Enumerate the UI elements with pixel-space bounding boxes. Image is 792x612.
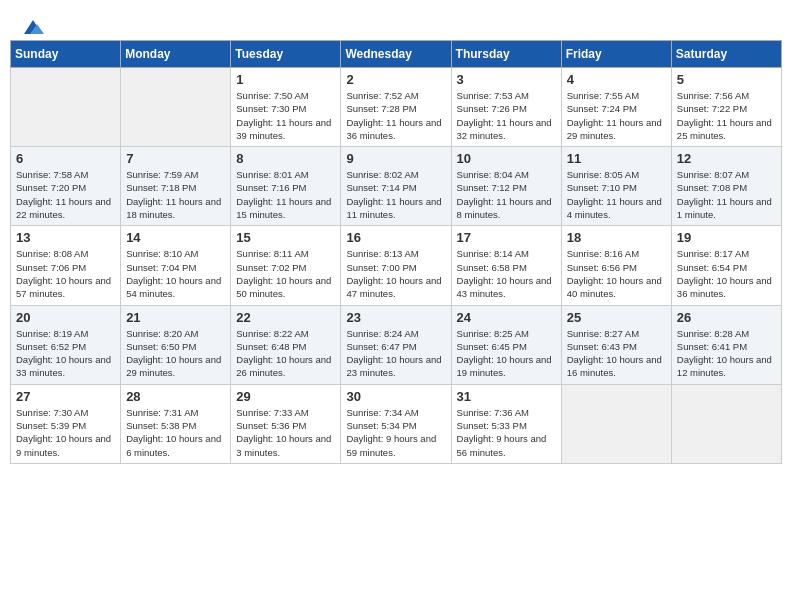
logo — [20, 18, 44, 32]
day-number: 24 — [457, 310, 556, 325]
calendar-day-cell: 19Sunrise: 8:17 AMSunset: 6:54 PMDayligh… — [671, 226, 781, 305]
sunset: Sunset: 7:04 PM — [126, 262, 196, 273]
day-of-week-header: Tuesday — [231, 41, 341, 68]
calendar-day-cell: 16Sunrise: 8:13 AMSunset: 7:00 PMDayligh… — [341, 226, 451, 305]
sunset: Sunset: 5:36 PM — [236, 420, 306, 431]
daylight: Daylight: 10 hours and 9 minutes. — [16, 433, 111, 457]
sunrise: Sunrise: 7:52 AM — [346, 90, 418, 101]
day-of-week-header: Monday — [121, 41, 231, 68]
calendar-day-cell: 13Sunrise: 8:08 AMSunset: 7:06 PMDayligh… — [11, 226, 121, 305]
day-info: Sunrise: 7:59 AMSunset: 7:18 PMDaylight:… — [126, 168, 225, 221]
calendar-day-cell: 29Sunrise: 7:33 AMSunset: 5:36 PMDayligh… — [231, 384, 341, 463]
day-number: 23 — [346, 310, 445, 325]
calendar-day-cell: 9Sunrise: 8:02 AMSunset: 7:14 PMDaylight… — [341, 147, 451, 226]
calendar-header-row: SundayMondayTuesdayWednesdayThursdayFrid… — [11, 41, 782, 68]
sunset: Sunset: 6:45 PM — [457, 341, 527, 352]
calendar-week-row: 1Sunrise: 7:50 AMSunset: 7:30 PMDaylight… — [11, 68, 782, 147]
calendar-table: SundayMondayTuesdayWednesdayThursdayFrid… — [10, 40, 782, 464]
daylight: Daylight: 11 hours and 39 minutes. — [236, 117, 331, 141]
daylight: Daylight: 10 hours and 36 minutes. — [677, 275, 772, 299]
sunset: Sunset: 5:34 PM — [346, 420, 416, 431]
sunset: Sunset: 5:39 PM — [16, 420, 86, 431]
day-info: Sunrise: 8:08 AMSunset: 7:06 PMDaylight:… — [16, 247, 115, 300]
day-number: 3 — [457, 72, 556, 87]
calendar-day-cell — [121, 68, 231, 147]
sunrise: Sunrise: 7:36 AM — [457, 407, 529, 418]
daylight: Daylight: 10 hours and 19 minutes. — [457, 354, 552, 378]
calendar-day-cell: 25Sunrise: 8:27 AMSunset: 6:43 PMDayligh… — [561, 305, 671, 384]
sunrise: Sunrise: 8:19 AM — [16, 328, 88, 339]
day-info: Sunrise: 8:13 AMSunset: 7:00 PMDaylight:… — [346, 247, 445, 300]
calendar-week-row: 13Sunrise: 8:08 AMSunset: 7:06 PMDayligh… — [11, 226, 782, 305]
daylight: Daylight: 11 hours and 36 minutes. — [346, 117, 441, 141]
sunrise: Sunrise: 7:31 AM — [126, 407, 198, 418]
day-number: 16 — [346, 230, 445, 245]
sunrise: Sunrise: 8:13 AM — [346, 248, 418, 259]
day-of-week-header: Thursday — [451, 41, 561, 68]
day-info: Sunrise: 7:55 AMSunset: 7:24 PMDaylight:… — [567, 89, 666, 142]
day-number: 13 — [16, 230, 115, 245]
calendar-day-cell — [11, 68, 121, 147]
sunrise: Sunrise: 8:25 AM — [457, 328, 529, 339]
day-number: 27 — [16, 389, 115, 404]
sunrise: Sunrise: 8:22 AM — [236, 328, 308, 339]
daylight: Daylight: 11 hours and 11 minutes. — [346, 196, 441, 220]
sunset: Sunset: 7:20 PM — [16, 182, 86, 193]
day-number: 2 — [346, 72, 445, 87]
sunset: Sunset: 7:02 PM — [236, 262, 306, 273]
day-number: 18 — [567, 230, 666, 245]
day-number: 5 — [677, 72, 776, 87]
day-info: Sunrise: 7:34 AMSunset: 5:34 PMDaylight:… — [346, 406, 445, 459]
sunrise: Sunrise: 8:04 AM — [457, 169, 529, 180]
day-info: Sunrise: 8:05 AMSunset: 7:10 PMDaylight:… — [567, 168, 666, 221]
sunset: Sunset: 7:26 PM — [457, 103, 527, 114]
day-info: Sunrise: 7:36 AMSunset: 5:33 PMDaylight:… — [457, 406, 556, 459]
sunrise: Sunrise: 8:02 AM — [346, 169, 418, 180]
sunrise: Sunrise: 7:33 AM — [236, 407, 308, 418]
day-number: 6 — [16, 151, 115, 166]
sunrise: Sunrise: 7:50 AM — [236, 90, 308, 101]
day-info: Sunrise: 8:20 AMSunset: 6:50 PMDaylight:… — [126, 327, 225, 380]
calendar-day-cell: 10Sunrise: 8:04 AMSunset: 7:12 PMDayligh… — [451, 147, 561, 226]
day-info: Sunrise: 8:28 AMSunset: 6:41 PMDaylight:… — [677, 327, 776, 380]
day-info: Sunrise: 8:02 AMSunset: 7:14 PMDaylight:… — [346, 168, 445, 221]
calendar-day-cell: 6Sunrise: 7:58 AMSunset: 7:20 PMDaylight… — [11, 147, 121, 226]
daylight: Daylight: 11 hours and 29 minutes. — [567, 117, 662, 141]
daylight: Daylight: 10 hours and 29 minutes. — [126, 354, 221, 378]
sunset: Sunset: 5:38 PM — [126, 420, 196, 431]
day-number: 15 — [236, 230, 335, 245]
calendar-day-cell: 22Sunrise: 8:22 AMSunset: 6:48 PMDayligh… — [231, 305, 341, 384]
sunrise: Sunrise: 8:14 AM — [457, 248, 529, 259]
sunset: Sunset: 7:24 PM — [567, 103, 637, 114]
sunset: Sunset: 7:06 PM — [16, 262, 86, 273]
day-of-week-header: Friday — [561, 41, 671, 68]
day-of-week-header: Saturday — [671, 41, 781, 68]
day-info: Sunrise: 7:53 AMSunset: 7:26 PMDaylight:… — [457, 89, 556, 142]
calendar-day-cell: 27Sunrise: 7:30 AMSunset: 5:39 PMDayligh… — [11, 384, 121, 463]
day-info: Sunrise: 8:17 AMSunset: 6:54 PMDaylight:… — [677, 247, 776, 300]
daylight: Daylight: 11 hours and 15 minutes. — [236, 196, 331, 220]
calendar-day-cell: 31Sunrise: 7:36 AMSunset: 5:33 PMDayligh… — [451, 384, 561, 463]
daylight: Daylight: 11 hours and 22 minutes. — [16, 196, 111, 220]
daylight: Daylight: 10 hours and 6 minutes. — [126, 433, 221, 457]
sunrise: Sunrise: 8:01 AM — [236, 169, 308, 180]
calendar-day-cell: 2Sunrise: 7:52 AMSunset: 7:28 PMDaylight… — [341, 68, 451, 147]
calendar-day-cell: 18Sunrise: 8:16 AMSunset: 6:56 PMDayligh… — [561, 226, 671, 305]
sunset: Sunset: 6:41 PM — [677, 341, 747, 352]
day-info: Sunrise: 7:50 AMSunset: 7:30 PMDaylight:… — [236, 89, 335, 142]
day-info: Sunrise: 8:11 AMSunset: 7:02 PMDaylight:… — [236, 247, 335, 300]
calendar-day-cell: 14Sunrise: 8:10 AMSunset: 7:04 PMDayligh… — [121, 226, 231, 305]
day-number: 14 — [126, 230, 225, 245]
day-number: 31 — [457, 389, 556, 404]
calendar-day-cell: 15Sunrise: 8:11 AMSunset: 7:02 PMDayligh… — [231, 226, 341, 305]
day-of-week-header: Wednesday — [341, 41, 451, 68]
daylight: Daylight: 11 hours and 4 minutes. — [567, 196, 662, 220]
day-info: Sunrise: 8:19 AMSunset: 6:52 PMDaylight:… — [16, 327, 115, 380]
daylight: Daylight: 10 hours and 12 minutes. — [677, 354, 772, 378]
calendar-day-cell: 5Sunrise: 7:56 AMSunset: 7:22 PMDaylight… — [671, 68, 781, 147]
sunset: Sunset: 7:18 PM — [126, 182, 196, 193]
calendar-day-cell: 12Sunrise: 8:07 AMSunset: 7:08 PMDayligh… — [671, 147, 781, 226]
sunset: Sunset: 7:30 PM — [236, 103, 306, 114]
sunrise: Sunrise: 7:56 AM — [677, 90, 749, 101]
daylight: Daylight: 11 hours and 1 minute. — [677, 196, 772, 220]
